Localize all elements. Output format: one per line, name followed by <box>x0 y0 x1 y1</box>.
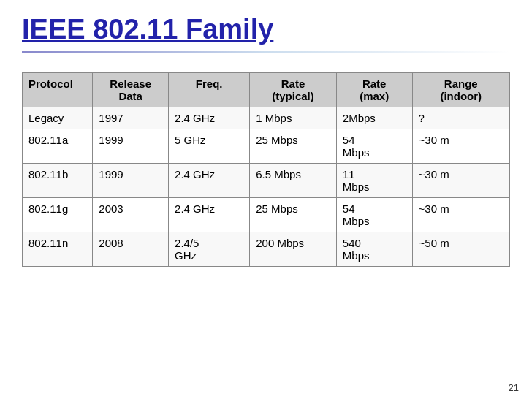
title-divider <box>22 51 510 53</box>
cell-4-freq: 2.4/5GHz <box>169 232 250 266</box>
cell-1-typical: 25 Mbps <box>250 129 337 163</box>
cell-2-max: 11Mbps <box>336 163 412 197</box>
table-row: 802.11b19992.4 GHz6.5 Mbps11Mbps~30 m <box>23 163 510 197</box>
cell-3-protocol: 802.11g <box>23 197 93 232</box>
table-row: Legacy19972.4 GHz1 Mbps2Mbps? <box>23 107 510 129</box>
cell-4-protocol: 802.11n <box>23 232 93 266</box>
cell-1-range: ~30 m <box>412 129 509 163</box>
header-release: ReleaseData <box>93 72 169 107</box>
cell-2-freq: 2.4 GHz <box>169 163 250 197</box>
cell-1-freq: 5 GHz <box>169 129 250 163</box>
header-protocol: Protocol <box>23 72 93 107</box>
cell-4-max: 540Mbps <box>336 232 412 266</box>
cell-4-release: 2008 <box>93 232 169 266</box>
cell-0-protocol: Legacy <box>23 107 93 129</box>
table-row: 802.11g20032.4 GHz25 Mbps54Mbps~30 m <box>23 197 510 232</box>
cell-3-range: ~30 m <box>412 197 509 232</box>
cell-2-protocol: 802.11b <box>23 163 93 197</box>
cell-3-freq: 2.4 GHz <box>169 197 250 232</box>
slide-container: IEEE 802.11 Family Protocol ReleaseData … <box>0 0 532 399</box>
cell-2-range: ~30 m <box>412 163 509 197</box>
cell-0-max: 2Mbps <box>336 107 412 129</box>
table-header-row: Protocol ReleaseData Freq. Rate(typical)… <box>23 72 510 107</box>
cell-3-release: 2003 <box>93 197 169 232</box>
cell-0-typical: 1 Mbps <box>250 107 337 129</box>
cell-0-freq: 2.4 GHz <box>169 107 250 129</box>
cell-2-typical: 6.5 Mbps <box>250 163 337 197</box>
cell-3-max: 54Mbps <box>336 197 412 232</box>
cell-0-release: 1997 <box>93 107 169 129</box>
header-freq: Freq. <box>169 72 250 107</box>
content-area: Protocol ReleaseData Freq. Rate(typical)… <box>0 59 532 274</box>
cell-0-range: ? <box>412 107 509 129</box>
cell-4-typical: 200 Mbps <box>250 232 337 266</box>
table-row: 802.11a19995 GHz25 Mbps54Mbps~30 m <box>23 129 510 163</box>
table-row: 802.11n20082.4/5GHz200 Mbps540Mbps~50 m <box>23 232 510 266</box>
cell-1-max: 54Mbps <box>336 129 412 163</box>
cell-4-range: ~50 m <box>412 232 509 266</box>
slide-title: IEEE 802.11 Family <box>22 13 510 47</box>
data-table: Protocol ReleaseData Freq. Rate(typical)… <box>22 72 510 267</box>
cell-1-protocol: 802.11a <box>23 129 93 163</box>
cell-1-release: 1999 <box>93 129 169 163</box>
cell-2-release: 1999 <box>93 163 169 197</box>
title-area: IEEE 802.11 Family <box>0 0 532 59</box>
header-range: Range(indoor) <box>412 72 509 107</box>
page-number: 21 <box>509 382 519 393</box>
cell-3-typical: 25 Mbps <box>250 197 337 232</box>
header-max: Rate(max) <box>336 72 412 107</box>
header-typical: Rate(typical) <box>250 72 337 107</box>
